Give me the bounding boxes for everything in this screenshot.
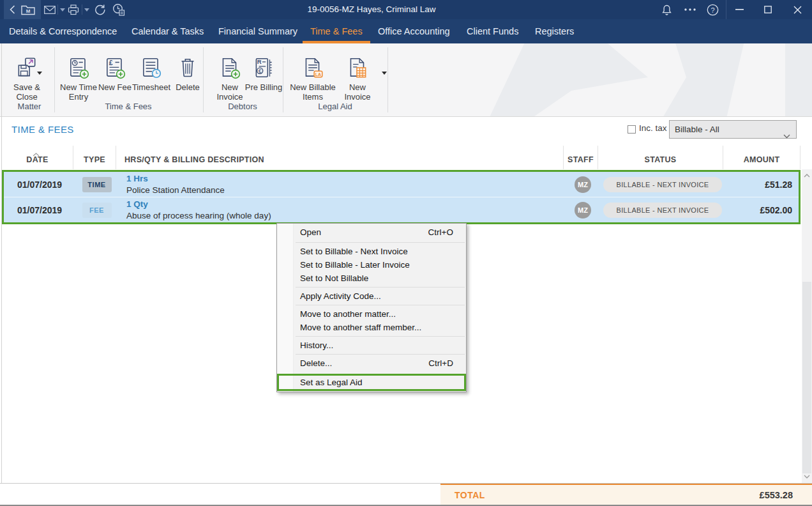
row-quantity-link[interactable]: 1 Qty <box>126 199 566 210</box>
ribbon-button-label: Pre Billing <box>243 82 284 92</box>
delete-icon <box>167 49 208 80</box>
column-header-type[interactable]: TYPE <box>73 146 116 169</box>
type-badge-fee: FEE <box>82 203 112 218</box>
menu-item-set-not-billable[interactable]: Set to Not Billable <box>277 272 466 285</box>
menu-item-open[interactable]: Open Ctrl+O <box>277 225 466 240</box>
new-billable-items-button[interactable]: LA New Billable Items <box>287 49 338 102</box>
print-icon[interactable] <box>66 0 80 19</box>
more-options-icon[interactable] <box>683 0 697 19</box>
row-date: 01/07/2019 <box>4 205 75 215</box>
row-status: BILLABLE - NEXT INVOICE <box>600 203 725 218</box>
print-dropdown-caret-icon[interactable] <box>83 0 91 19</box>
maximize-button[interactable] <box>760 0 776 19</box>
delete-button[interactable]: Delete <box>167 49 208 92</box>
total-bar: TOTAL £553.28 <box>440 484 812 505</box>
title-bar: M <box>0 0 812 19</box>
menu-separator <box>296 336 465 337</box>
row-type: TIME <box>75 177 118 192</box>
ribbon-button-label: Timesheet <box>131 82 172 92</box>
tab-calendar-tasks[interactable]: Calendar & Tasks <box>132 19 204 43</box>
table-row[interactable]: 01/07/2019 TIME 1 Hrs Police Station Att… <box>4 172 799 197</box>
new-fee-button[interactable]: £ New Fee <box>94 49 135 92</box>
svg-text:LA: LA <box>315 72 321 77</box>
inc-tax-label: Inc. tax <box>639 123 667 133</box>
row-date: 01/07/2019 <box>4 180 75 190</box>
menu-item-move-to-another-matter[interactable]: Move to another matter... <box>277 307 466 321</box>
ribbon-group-label-debtors: Debtors <box>211 102 274 111</box>
new-time-entry-button[interactable]: New Time Entry <box>58 49 99 102</box>
refresh-icon[interactable] <box>93 0 107 19</box>
notifications-bell-icon[interactable] <box>661 0 672 19</box>
close-button[interactable] <box>790 0 805 19</box>
tab-time-fees[interactable]: Time & Fees <box>310 19 363 43</box>
row-description: 1 Hrs Police Station Attendance <box>118 173 566 196</box>
pre-billing-button[interactable]: R € Pre Billing <box>243 49 284 92</box>
legal-aid-dropdown-caret-icon[interactable] <box>382 72 387 75</box>
staff-avatar: MZ <box>575 202 591 218</box>
matter-folder-icon[interactable]: M <box>19 0 37 19</box>
ribbon-button-label: Delete <box>167 82 208 92</box>
tab-registers[interactable]: Registers <box>535 19 574 43</box>
menu-item-label: Delete... <box>300 358 332 368</box>
menu-item-apply-activity-code[interactable]: Apply Activity Code... <box>277 289 466 303</box>
staff-avatar: MZ <box>575 176 591 193</box>
menu-item-history[interactable]: History... <box>277 339 466 352</box>
scroll-down-icon[interactable] <box>802 471 812 482</box>
new-billable-items-icon: LA <box>287 49 338 80</box>
sort-ascending-icon[interactable] <box>33 148 40 159</box>
tab-office-accounting[interactable]: Office Accounting <box>378 19 450 43</box>
svg-text:€: € <box>259 68 262 74</box>
minimize-button[interactable] <box>732 0 747 19</box>
billable-filter-value: Billable - All <box>675 125 719 134</box>
billable-filter-dropdown[interactable]: Billable - All <box>669 120 797 139</box>
new-legal-aid-invoice-button[interactable]: New Invoice <box>337 49 378 102</box>
status-badge: BILLABLE - NEXT INVOICE <box>603 203 722 218</box>
tab-client-funds[interactable]: Client Funds <box>467 19 518 43</box>
menu-item-set-billable-next-invoice[interactable]: Set to Billable - Next Invoice <box>277 245 466 258</box>
column-header-status[interactable]: STATUS <box>598 146 723 169</box>
time-recording-icon[interactable] <box>111 0 126 19</box>
table-header-row: DATE TYPE HRS/QTY & BILLING DESCRIPTION … <box>2 146 801 169</box>
titlebar-separator <box>82 4 82 15</box>
type-badge-time: TIME <box>82 177 112 192</box>
email-dropdown-caret-icon[interactable] <box>59 0 66 19</box>
tab-financial-summary[interactable]: Financial Summary <box>218 19 297 43</box>
column-header-staff[interactable]: STAFF <box>564 146 598 169</box>
menu-item-move-to-another-staff-member[interactable]: Move to another staff member... <box>277 321 466 334</box>
ribbon-watermark <box>485 43 677 117</box>
row-staff: MZ <box>566 176 600 193</box>
menu-item-set-as-legal-aid[interactable]: Set as Legal Aid <box>277 374 466 391</box>
panel-heading: TIME & FEES <box>11 124 74 135</box>
pre-billing-icon: R € <box>243 49 284 80</box>
content-left-border <box>1 43 2 483</box>
menu-item-delete[interactable]: Delete... Ctrl+D <box>277 356 466 370</box>
menu-item-set-billable-later-invoice[interactable]: Set to Billable - Later Invoice <box>277 258 466 272</box>
save-close-button[interactable]: Save & Close <box>6 49 47 102</box>
inc-tax-checkbox[interactable] <box>628 125 636 134</box>
ribbon-button-label: New Billable Items <box>287 82 338 102</box>
total-label: TOTAL <box>455 490 485 500</box>
save-close-icon <box>6 49 47 80</box>
vertical-scrollbar[interactable] <box>802 169 812 483</box>
table-row[interactable]: 01/07/2019 FEE 1 Qty Abuse of process he… <box>4 197 799 222</box>
matter-tab-bar: Details & Correspondence Calendar & Task… <box>0 19 812 43</box>
timesheet-button[interactable]: Timesheet <box>131 49 172 92</box>
ribbon-group-separator <box>387 47 388 112</box>
row-quantity-link[interactable]: 1 Hrs <box>126 173 566 185</box>
back-icon[interactable] <box>6 0 18 19</box>
help-icon[interactable]: ? <box>706 0 719 19</box>
row-type: FEE <box>75 203 118 218</box>
email-icon[interactable] <box>43 0 56 19</box>
timesheet-icon <box>131 49 172 80</box>
menu-item-shortcut: Ctrl+O <box>428 225 453 240</box>
save-close-dropdown-caret-icon[interactable] <box>37 72 42 75</box>
scrollbar-thumb[interactable] <box>802 282 811 473</box>
app-window: M <box>0 0 812 506</box>
row-description-text: Abuse of process hearing (whole day) <box>126 210 566 222</box>
row-amount: £502.00 <box>725 205 799 215</box>
tab-details-correspondence[interactable]: Details & Correspondence <box>9 19 117 43</box>
column-header-amount[interactable]: AMOUNT <box>723 146 801 169</box>
ribbon-toolbar: Save & Close Matter New Time Entry <box>0 43 812 117</box>
scroll-up-icon[interactable] <box>802 171 812 181</box>
column-header-description[interactable]: HRS/QTY & BILLING DESCRIPTION <box>116 146 564 169</box>
